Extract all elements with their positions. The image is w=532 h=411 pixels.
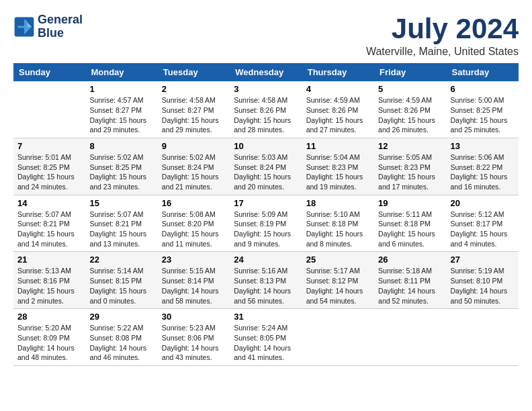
day-number: 5 bbox=[378, 84, 442, 94]
day-info: Sunrise: 5:22 AMSunset: 8:08 PMDaylight:… bbox=[89, 323, 153, 363]
calendar-cell: 18Sunrise: 5:10 AMSunset: 8:18 PMDayligh… bbox=[302, 195, 374, 252]
day-info: Sunrise: 5:24 AMSunset: 8:05 PMDaylight:… bbox=[234, 323, 298, 363]
day-number: 22 bbox=[89, 255, 153, 265]
day-info: Sunrise: 5:09 AMSunset: 8:19 PMDaylight:… bbox=[234, 210, 298, 249]
header-saturday: Saturday bbox=[447, 63, 519, 81]
header-friday: Friday bbox=[374, 63, 446, 81]
day-info: Sunrise: 5:07 AMSunset: 8:21 PMDaylight:… bbox=[89, 210, 153, 249]
calendar-cell: 6Sunrise: 5:00 AMSunset: 8:25 PMDaylight… bbox=[447, 81, 519, 138]
day-info: Sunrise: 4:58 AMSunset: 8:27 PMDaylight:… bbox=[162, 95, 226, 135]
calendar-cell: 1Sunrise: 4:57 AMSunset: 8:27 PMDaylight… bbox=[85, 81, 157, 138]
calendar-cell: 9Sunrise: 5:02 AMSunset: 8:24 PMDaylight… bbox=[158, 138, 230, 195]
day-info: Sunrise: 5:18 AMSunset: 8:11 PMDaylight:… bbox=[378, 266, 442, 306]
location: Waterville, Maine, United States bbox=[366, 46, 519, 58]
calendar-cell: 14Sunrise: 5:07 AMSunset: 8:21 PMDayligh… bbox=[13, 195, 85, 252]
day-info: Sunrise: 5:08 AMSunset: 8:20 PMDaylight:… bbox=[162, 210, 226, 249]
day-info: Sunrise: 4:58 AMSunset: 8:26 PMDaylight:… bbox=[234, 95, 298, 135]
day-info: Sunrise: 4:57 AMSunset: 8:27 PMDaylight:… bbox=[89, 95, 153, 135]
day-info: Sunrise: 5:11 AMSunset: 8:18 PMDaylight:… bbox=[378, 210, 442, 249]
day-number: 15 bbox=[89, 198, 153, 208]
calendar-cell: 19Sunrise: 5:11 AMSunset: 8:18 PMDayligh… bbox=[374, 195, 446, 252]
day-info: Sunrise: 4:59 AMSunset: 8:26 PMDaylight:… bbox=[306, 95, 370, 135]
day-number: 28 bbox=[17, 312, 81, 322]
day-info: Sunrise: 5:05 AMSunset: 8:23 PMDaylight:… bbox=[378, 152, 442, 192]
calendar-cell: 7Sunrise: 5:01 AMSunset: 8:25 PMDaylight… bbox=[13, 138, 85, 195]
day-info: Sunrise: 5:23 AMSunset: 8:06 PMDaylight:… bbox=[162, 323, 226, 363]
day-number: 13 bbox=[451, 141, 515, 151]
day-info: Sunrise: 5:02 AMSunset: 8:24 PMDaylight:… bbox=[162, 152, 226, 192]
week-row-2: 14Sunrise: 5:07 AMSunset: 8:21 PMDayligh… bbox=[13, 195, 519, 252]
month-title: July 2024 bbox=[366, 13, 519, 44]
day-info: Sunrise: 5:17 AMSunset: 8:12 PMDaylight:… bbox=[306, 266, 370, 306]
header-sunday: Sunday bbox=[13, 63, 85, 81]
day-number: 7 bbox=[17, 141, 81, 151]
day-number: 16 bbox=[162, 198, 226, 208]
day-number: 11 bbox=[306, 141, 370, 151]
day-info: Sunrise: 5:19 AMSunset: 8:10 PMDaylight:… bbox=[451, 266, 515, 306]
day-info: Sunrise: 5:15 AMSunset: 8:14 PMDaylight:… bbox=[162, 266, 226, 306]
calendar-cell: 13Sunrise: 5:06 AMSunset: 8:22 PMDayligh… bbox=[447, 138, 519, 195]
day-info: Sunrise: 5:10 AMSunset: 8:18 PMDaylight:… bbox=[306, 210, 370, 249]
header-wednesday: Wednesday bbox=[230, 63, 302, 81]
day-number: 2 bbox=[162, 84, 226, 94]
calendar-cell: 11Sunrise: 5:04 AMSunset: 8:23 PMDayligh… bbox=[302, 138, 374, 195]
calendar-cell: 22Sunrise: 5:14 AMSunset: 8:15 PMDayligh… bbox=[85, 252, 157, 309]
page-header: General Blue July 2024 Waterville, Maine… bbox=[13, 13, 519, 58]
day-number: 31 bbox=[234, 312, 298, 322]
day-info: Sunrise: 5:07 AMSunset: 8:21 PMDaylight:… bbox=[17, 210, 81, 249]
day-info: Sunrise: 5:14 AMSunset: 8:15 PMDaylight:… bbox=[89, 266, 153, 306]
day-info: Sunrise: 5:06 AMSunset: 8:22 PMDaylight:… bbox=[451, 152, 515, 192]
calendar-cell bbox=[374, 309, 446, 366]
day-info: Sunrise: 5:12 AMSunset: 8:17 PMDaylight:… bbox=[451, 210, 515, 249]
logo: General Blue bbox=[13, 13, 83, 40]
day-number: 24 bbox=[234, 255, 298, 265]
week-row-4: 28Sunrise: 5:20 AMSunset: 8:09 PMDayligh… bbox=[13, 309, 519, 366]
calendar-cell: 5Sunrise: 4:59 AMSunset: 8:26 PMDaylight… bbox=[374, 81, 446, 138]
day-info: Sunrise: 5:01 AMSunset: 8:25 PMDaylight:… bbox=[17, 152, 81, 192]
calendar-cell: 2Sunrise: 4:58 AMSunset: 8:27 PMDaylight… bbox=[158, 81, 230, 138]
day-number: 17 bbox=[234, 198, 298, 208]
day-number: 30 bbox=[162, 312, 226, 322]
day-info: Sunrise: 5:16 AMSunset: 8:13 PMDaylight:… bbox=[234, 266, 298, 306]
calendar-cell: 17Sunrise: 5:09 AMSunset: 8:19 PMDayligh… bbox=[230, 195, 302, 252]
day-number: 8 bbox=[89, 141, 153, 151]
day-number: 29 bbox=[89, 312, 153, 322]
day-number: 27 bbox=[451, 255, 515, 265]
day-info: Sunrise: 5:00 AMSunset: 8:25 PMDaylight:… bbox=[451, 95, 515, 135]
day-info: Sunrise: 5:20 AMSunset: 8:09 PMDaylight:… bbox=[17, 323, 81, 363]
logo-text: General Blue bbox=[38, 13, 83, 40]
day-number: 23 bbox=[162, 255, 226, 265]
logo-icon bbox=[13, 16, 35, 38]
day-number: 21 bbox=[17, 255, 81, 265]
day-number: 10 bbox=[234, 141, 298, 151]
calendar-cell bbox=[302, 309, 374, 366]
header-row: SundayMondayTuesdayWednesdayThursdayFrid… bbox=[13, 63, 519, 81]
calendar-cell: 3Sunrise: 4:58 AMSunset: 8:26 PMDaylight… bbox=[230, 81, 302, 138]
day-info: Sunrise: 5:13 AMSunset: 8:16 PMDaylight:… bbox=[17, 266, 81, 306]
calendar-cell: 23Sunrise: 5:15 AMSunset: 8:14 PMDayligh… bbox=[158, 252, 230, 309]
day-number: 6 bbox=[451, 84, 515, 94]
day-number: 4 bbox=[306, 84, 370, 94]
calendar-cell: 21Sunrise: 5:13 AMSunset: 8:16 PMDayligh… bbox=[13, 252, 85, 309]
calendar-cell: 15Sunrise: 5:07 AMSunset: 8:21 PMDayligh… bbox=[85, 195, 157, 252]
day-number: 12 bbox=[378, 141, 442, 151]
day-number: 20 bbox=[451, 198, 515, 208]
day-number: 25 bbox=[306, 255, 370, 265]
day-number: 14 bbox=[17, 198, 81, 208]
day-number: 18 bbox=[306, 198, 370, 208]
calendar-cell: 31Sunrise: 5:24 AMSunset: 8:05 PMDayligh… bbox=[230, 309, 302, 366]
calendar-cell: 16Sunrise: 5:08 AMSunset: 8:20 PMDayligh… bbox=[158, 195, 230, 252]
calendar-cell: 20Sunrise: 5:12 AMSunset: 8:17 PMDayligh… bbox=[447, 195, 519, 252]
calendar-cell: 29Sunrise: 5:22 AMSunset: 8:08 PMDayligh… bbox=[85, 309, 157, 366]
day-info: Sunrise: 5:02 AMSunset: 8:25 PMDaylight:… bbox=[89, 152, 153, 192]
calendar-cell: 12Sunrise: 5:05 AMSunset: 8:23 PMDayligh… bbox=[374, 138, 446, 195]
day-number: 3 bbox=[234, 84, 298, 94]
day-info: Sunrise: 5:04 AMSunset: 8:23 PMDaylight:… bbox=[306, 152, 370, 192]
calendar-cell: 28Sunrise: 5:20 AMSunset: 8:09 PMDayligh… bbox=[13, 309, 85, 366]
calendar-cell: 30Sunrise: 5:23 AMSunset: 8:06 PMDayligh… bbox=[158, 309, 230, 366]
calendar-cell: 10Sunrise: 5:03 AMSunset: 8:24 PMDayligh… bbox=[230, 138, 302, 195]
day-number: 9 bbox=[162, 141, 226, 151]
day-info: Sunrise: 4:59 AMSunset: 8:26 PMDaylight:… bbox=[378, 95, 442, 135]
day-number: 26 bbox=[378, 255, 442, 265]
calendar-cell: 4Sunrise: 4:59 AMSunset: 8:26 PMDaylight… bbox=[302, 81, 374, 138]
